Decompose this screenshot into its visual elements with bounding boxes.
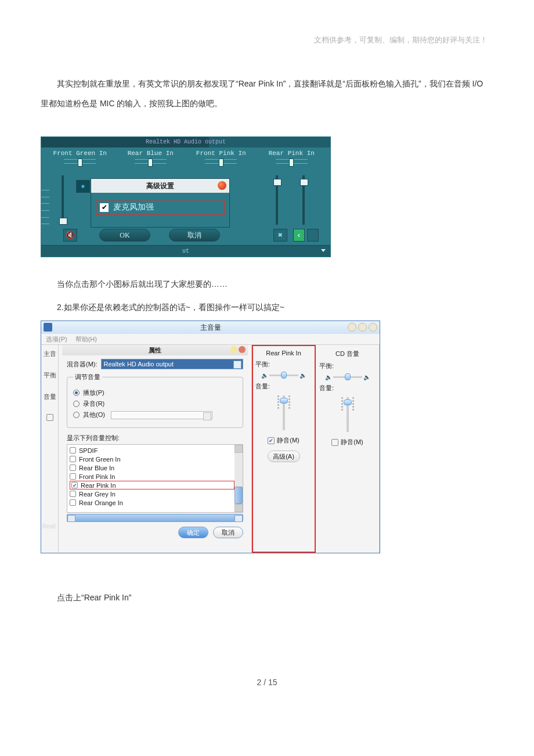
vol-slider-front-pink[interactable] — [276, 175, 278, 225]
cancel-button[interactable]: 取消 — [213, 527, 243, 538]
left-label-balance: 平衡 — [44, 371, 56, 380]
tool-x-icon: ✖ — [278, 231, 283, 240]
mute-toggle-icon[interactable]: 🔇 — [63, 229, 77, 242]
adjust-volume-group: 调节音量 播放(P) 录音(R) 其他(O) — [67, 373, 243, 428]
ch-rear-blue: Rear Blue In — [116, 150, 186, 164]
balance-slider[interactable] — [276, 159, 308, 164]
radio-other-label: 其他(O) — [83, 411, 105, 419]
chevron-down-icon[interactable] — [321, 249, 326, 252]
scroll-right-icon[interactable] — [307, 229, 319, 242]
radio-other[interactable] — [73, 412, 80, 418]
volume-slider[interactable] — [341, 397, 354, 432]
tool-icon[interactable]: ✖ — [273, 229, 287, 242]
radio-other-row[interactable]: 其他(O) — [73, 411, 237, 419]
close-icon[interactable] — [218, 181, 226, 190]
close-icon[interactable] — [239, 346, 246, 353]
properties-window-buttons — [230, 346, 246, 353]
mixer-select[interactable]: Realtek HD Audio output — [101, 359, 243, 369]
mute-row[interactable]: 静音(M) — [331, 438, 363, 447]
list-scrollbar[interactable] — [234, 445, 243, 512]
ch-front-pink: Front Pink In — [186, 150, 257, 164]
radio-record[interactable] — [73, 401, 80, 407]
ok-button[interactable]: 确定 — [178, 527, 208, 538]
menu-help[interactable]: 帮助(H) — [75, 335, 97, 344]
item-label: Rear Pink In — [81, 482, 116, 489]
radio-play[interactable] — [73, 390, 80, 396]
volume-slider[interactable] — [277, 395, 290, 430]
item-checkbox[interactable] — [70, 447, 76, 453]
mute-label: 静音(M) — [277, 436, 300, 445]
mixer-label: 混音器(M): — [67, 360, 98, 369]
properties-buttons: 确定 取消 — [67, 527, 243, 538]
mixer-row: 混音器(M): Realtek HD Audio output — [67, 359, 243, 369]
volume-window-title: 主音量 — [200, 323, 221, 333]
item-label: Front Green In — [79, 456, 121, 463]
radio-play-row[interactable]: 播放(P) — [73, 388, 237, 397]
scroll-thumb[interactable] — [234, 487, 243, 504]
paragraph-intro: 其实控制就在重放里，有英文常识的朋友都发现了“Rear Pink In”，直接翻… — [41, 74, 493, 113]
item-checkbox-checked[interactable]: ✔ — [71, 482, 78, 488]
list-item[interactable]: Rear Orange In — [70, 498, 234, 507]
balance-slider[interactable] — [135, 159, 167, 164]
balance-slider[interactable]: 🔈 🔈 — [325, 374, 370, 380]
mute-row[interactable]: ✔ 静音(M) — [268, 436, 300, 445]
vol-slider-rear-pink[interactable] — [302, 175, 305, 225]
speaker-left-icon: 🔈 — [325, 374, 332, 380]
mute-checkbox[interactable] — [331, 439, 338, 446]
ch-rear-pink: Rear Pink In — [257, 150, 327, 164]
radio-record-row[interactable]: 录音(R) — [73, 399, 237, 408]
speaker-right-icon: 🔈 — [300, 372, 306, 379]
item-checkbox[interactable] — [70, 499, 76, 506]
scroll-down-icon[interactable] — [234, 504, 243, 512]
advanced-button[interactable]: 高级(A) — [268, 451, 300, 462]
advanced-trigger-icon[interactable]: ✶ — [76, 180, 90, 193]
menu-options[interactable]: 选项(P) — [46, 335, 67, 344]
balance-slider[interactable] — [64, 159, 96, 164]
minimize-button[interactable] — [348, 323, 356, 332]
advanced-dialog-title: 高级设置 — [91, 179, 229, 193]
list-item-rear-pink[interactable]: ✔Rear Pink In — [70, 481, 234, 489]
volume-label: 音量: — [255, 382, 270, 391]
speaker-right-icon: 🔈 — [363, 374, 370, 380]
mic-boost-checkbox[interactable]: ✔ — [100, 203, 109, 212]
list-hscrollbar[interactable] — [67, 514, 243, 522]
ch-front-green-label: Front Green In — [53, 150, 107, 157]
speaker-mute-icon: 🔇 — [66, 231, 75, 240]
rear-pink-title: Rear Pink In — [266, 350, 301, 357]
item-checkbox[interactable] — [70, 465, 76, 471]
mic-boost-row[interactable]: ✔ 麦克风加强 — [96, 200, 225, 215]
properties-dialog: 属性 混音器(M): Realtek HD Audio output 调节音量 — [62, 345, 248, 549]
item-label: SPDIF — [79, 447, 98, 454]
balance-label: 平衡: — [255, 360, 270, 369]
item-label: Front Pink In — [79, 473, 115, 480]
list-item[interactable]: Front Pink In — [70, 472, 234, 481]
other-select[interactable] — [111, 411, 212, 419]
chevron-left-icon: ‹ — [297, 231, 301, 240]
group-legend: 调节音量 — [73, 373, 102, 381]
item-checkbox[interactable] — [70, 491, 76, 497]
ok-button[interactable]: OK — [99, 229, 150, 242]
balance-slider[interactable] — [205, 159, 237, 164]
volume-list: SPDIF Front Green In Rear Blue In Front … — [67, 444, 243, 513]
arrow-left-icon[interactable]: ‹ — [293, 229, 305, 242]
menubar: 选项(P) 帮助(H) — [41, 334, 380, 345]
list-item[interactable]: SPDIF — [70, 446, 234, 455]
balance-slider[interactable]: 🔈 🔈 — [261, 372, 306, 379]
close-button[interactable] — [369, 323, 377, 332]
cd-title: CD 音量 — [335, 350, 359, 358]
cancel-button[interactable]: 取消 — [169, 229, 220, 242]
ch-rear-blue-label: Rear Blue In — [128, 150, 174, 157]
item-checkbox[interactable] — [70, 473, 76, 480]
list-item[interactable]: Front Green In — [70, 455, 234, 463]
min-icon[interactable] — [230, 346, 237, 353]
left-label-main: 主音 — [44, 350, 56, 358]
advanced-dialog-title-text: 高级设置 — [146, 181, 174, 191]
list-item[interactable]: Rear Grey In — [70, 489, 234, 498]
item-checkbox[interactable] — [70, 456, 76, 462]
mute-checkbox-checked[interactable]: ✔ — [268, 437, 275, 444]
maximize-button[interactable] — [358, 323, 367, 332]
vol-slider-front-green[interactable] — [62, 175, 64, 225]
scroll-up-icon[interactable] — [234, 445, 243, 453]
list-item[interactable]: Rear Blue In — [70, 463, 234, 472]
realtek-footer-strip: ut — [41, 245, 330, 257]
